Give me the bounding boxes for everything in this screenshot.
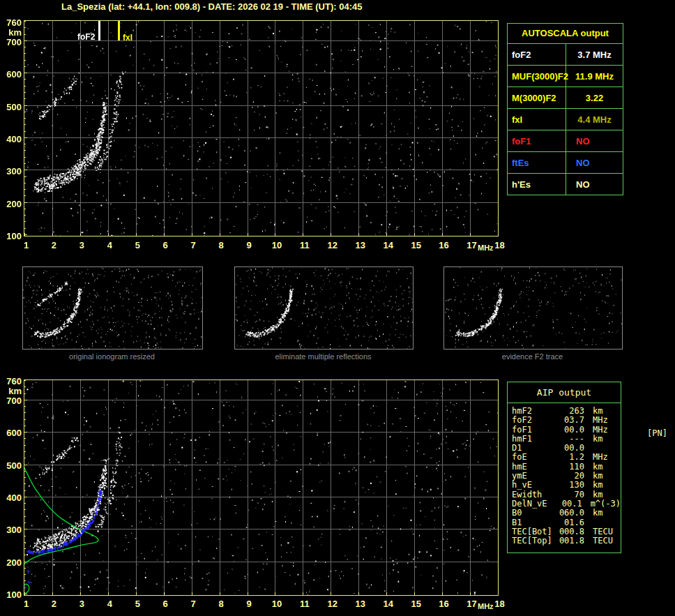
aip-row: B101.6 [512,518,621,527]
y-axis-tick-label: 700 [0,396,22,406]
aip-row-label: B1 [512,518,555,527]
aip-row-label: foE [512,453,555,462]
aip-row: foF203.7MHz [512,416,621,425]
thumbnail-panel [22,266,203,350]
x-axis-tick-label: 10 [268,599,285,609]
aip-row-value: 130 [555,481,584,490]
aip-row-unit: MHz [593,426,608,435]
x-axis-tick-label: 6 [157,240,174,250]
autoscala-row-value: NO [566,130,623,151]
top-ionogram-canvas [24,21,498,236]
autoscala-row-label: fxI [508,109,566,130]
aip-row-value: --- [555,435,584,444]
x-axis-tick-label: 2 [45,599,62,609]
autoscala-row-label: MUF(3000)F2 [508,66,566,87]
autoscala-row: fxI4.4 MHz [508,109,623,130]
x-axis-tick-label: 9 [241,599,257,609]
autoscala-table-header: AUTOSCALA output [508,24,623,44]
aip-row-label: Ewidth [512,490,555,499]
autoscala-row: h'EsNO [508,174,623,195]
x-axis-tick-label: 9 [241,240,257,250]
y-axis-tick-label: 300 [0,166,22,176]
x-axis-tick-label: 11 [296,240,313,250]
aip-row-value: 01.6 [555,518,584,527]
autoscala-row-value: NO [566,174,623,195]
y-axis-tick-label: km [0,386,22,396]
aip-row-value: 1.2 [555,453,584,462]
aip-row-label: DelN_vE [512,499,554,509]
x-axis-tick-label: 1 [18,240,35,250]
aip-table-rows: hmF2263kmfoF203.7MHzfoF100.0MHzhmF1---km… [508,403,621,546]
aip-row: TEC[Bot]000.8TECU [512,527,621,536]
x-axis-tick-label: 7 [185,599,202,609]
thumbnail-canvas [23,267,202,349]
aip-row-value: 110 [555,463,584,472]
autoscala-row-label: ftEs [508,152,566,173]
aip-output-table: AIP output hmF2263kmfoF203.7MHzfoF100.0M… [507,382,621,553]
y-axis-tick-label: 300 [0,525,22,535]
y-axis-tick-label: 500 [0,460,22,471]
aip-row-label: TEC[Bot] [512,527,555,536]
x-axis-tick-label: 3 [73,599,90,609]
y-axis-tick-label: 600 [0,428,22,438]
aip-row-label: h_vE [512,481,555,490]
aip-row-unit: km [593,481,602,490]
x-axis-tick-label: 12 [324,599,341,609]
aip-row-value: 060.0 [555,509,584,518]
aip-row-unit: TECU [593,527,613,536]
aip-row-label: foF1 [512,426,555,435]
aip-row-label: foF2 [512,416,555,425]
y-axis-tick-label: 200 [0,199,22,209]
thumbnail-canvas [235,267,413,349]
x-axis-tick-label: 8 [213,240,229,250]
aip-row-label: hmF2 [512,407,555,416]
y-axis-tick-label: 400 [0,134,22,144]
fxi-marker-label: fxI [123,33,132,43]
y-axis-tick-label: 600 [0,69,22,80]
x-axis-tick-label: 7 [185,240,202,250]
x-axis-tick-label: 5 [129,240,146,250]
aip-row-value: 00.0 [555,444,584,453]
pn-note: [PN] [647,428,667,438]
aip-row-unit: km [593,435,602,444]
aip-row-value: 00.1 [554,499,582,509]
aip-row-unit: km [593,472,602,481]
autoscala-row: MUF(3000)F211.9 MHz [508,66,623,87]
autoscala-row: foF23.7 MHz [508,44,623,66]
autoscala-row: foF1NO [508,130,623,152]
aip-row-label: D1 [512,444,555,453]
x-axis-tick-label: 15 [408,599,425,609]
x-axis-tick-label: 6 [157,599,174,609]
aip-row: D100.0 [512,444,621,453]
aip-row-value: 03.7 [555,416,584,425]
x-axis-tick-label: 2 [45,240,62,250]
autoscala-output-table: AUTOSCALA output foF23.7 MHzMUF(3000)F21… [507,23,623,195]
aip-row-unit: MHz [593,453,608,462]
autoscala-row-label: foF1 [508,130,566,151]
aip-row-label: hmF1 [512,435,555,444]
aip-row: Ewidth70km [512,490,621,499]
aip-row-unit: km [593,407,602,416]
aip-row-value: 70 [555,490,584,499]
thumbnail-caption: original ionogram resized [22,352,202,361]
autoscala-row: M(3000)F23.22 [508,87,623,109]
y-axis-tick-label: 760 [0,17,22,28]
aip-row: h_vE130km [512,481,621,490]
thumbnail-caption: eliminate multiple reflections [234,352,412,361]
x-axis-tick-label: 18 [491,240,508,250]
aip-row: B0060.0km [512,509,621,518]
x-axis-tick-label: 3 [73,240,90,250]
y-axis-tick-label: 400 [0,493,22,503]
aip-row: DelN_vE00.1m^(-3) [512,499,621,509]
x-axis-tick-label: 8 [213,599,229,609]
autoscala-row-value: 4.4 MHz [566,109,623,130]
x-axis-tick-label: 16 [436,240,453,250]
y-axis-tick-label: 760 [0,376,22,386]
fof2-marker-label: foF2 [77,32,95,42]
page-title: La_Spezia (lat: +44.1, lon: 009.8) - DAT… [61,1,362,12]
x-axis-tick-label: 11 [296,599,313,609]
x-axis-tick-label: 18 [491,599,508,609]
aip-row-unit: MHz [593,416,608,425]
y-axis-tick-label: 500 [0,102,22,112]
bottom-ionogram-panel [24,380,499,596]
